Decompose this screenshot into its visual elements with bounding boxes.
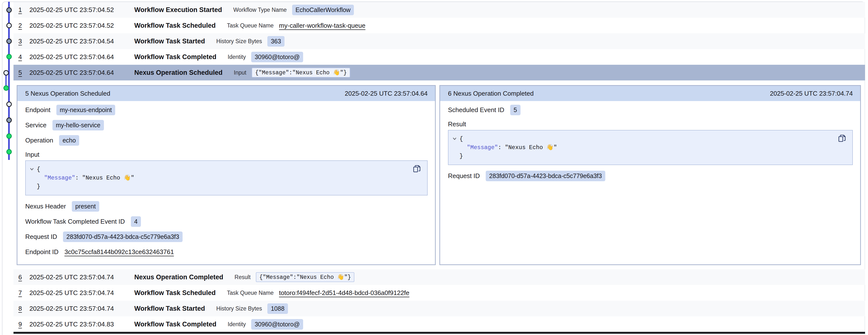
field-service: Service my-hello-service — [25, 119, 428, 131]
event-id-link[interactable]: 8 — [13, 305, 29, 312]
task-queue-link[interactable]: my-caller-workflow-task-queue — [279, 22, 366, 29]
event-row-4[interactable]: 4 2025-02-25 UTC 23:57:04.64 Workflow Ta… — [13, 49, 865, 65]
event-name: Workflow Execution Started — [134, 6, 222, 14]
field-request-id: Request ID 283fd070-d57a-4423-bdca-c5c77… — [25, 231, 428, 243]
event-row-5-selected[interactable]: 5 2025-02-25 UTC 23:57:04.64 Nexus Opera… — [13, 65, 865, 80]
field-value-badge: echo — [59, 135, 79, 146]
event-id-link[interactable]: 6 — [13, 274, 29, 281]
field-label: Request ID — [448, 172, 480, 180]
event-attr-label: Task Queue Name — [227, 22, 274, 29]
event-timestamp: 2025-02-25 UTC 23:57:04.64 — [29, 69, 134, 77]
json-brace-close: } — [460, 153, 463, 160]
panel-header: 5 Nexus Operation Scheduled 2025-02-25 U… — [18, 86, 435, 101]
field-label: Request ID — [25, 233, 57, 241]
event-timestamp: 2025-02-25 UTC 23:57:04.74 — [29, 274, 134, 281]
event-attr-value-json: {"Message":"Nexus Echo 👋"} — [252, 68, 350, 78]
event-timestamp: 2025-02-25 UTC 23:57:04.74 — [29, 305, 134, 312]
event-id-link[interactable]: 1 — [13, 6, 29, 14]
collapse-chevron-icon[interactable] — [452, 136, 457, 141]
event-id-link[interactable]: 5 — [13, 69, 29, 77]
event-timestamp: 2025-02-25 UTC 23:57:04.83 — [29, 320, 134, 328]
event-attr-value-badge: EchoCallerWorkflow — [292, 5, 354, 15]
json-brace-open: { — [460, 136, 463, 142]
field-label: Nexus Header — [25, 202, 66, 210]
event-attr-label: Result — [235, 274, 250, 281]
json-brace-open: { — [37, 166, 40, 173]
scrollbar-track[interactable] — [865, 0, 868, 335]
panel-body: Scheduled Event ID 5 Result { "Message":… — [440, 101, 860, 182]
event-id-link[interactable]: 3 — [13, 37, 29, 45]
event-group-details: 5 Nexus Operation Scheduled 2025-02-25 U… — [0, 85, 868, 265]
field-value-badge: present — [72, 201, 99, 212]
event-id-link[interactable]: 4 — [13, 53, 29, 61]
event-name: Workflow Task Started — [134, 37, 205, 45]
nexus-operation-completed-panel: 6 Nexus Operation Completed 2025-02-25 U… — [439, 85, 861, 265]
field-label: Service — [25, 121, 46, 129]
event-row-2[interactable]: 2 2025-02-25 UTC 23:57:04.52 Workflow Ta… — [13, 18, 865, 33]
event-attr-value-badge: 30960@totoro@ — [251, 319, 303, 330]
event-name: Workflow Task Completed — [134, 53, 216, 61]
field-request-id: Request ID 283fd070-d57a-4423-bdca-c5c77… — [448, 170, 853, 182]
event-id-link[interactable]: 9 — [13, 320, 29, 328]
json-key: "Message" — [44, 175, 75, 181]
next-section-top-edge — [13, 332, 865, 334]
json-colon: : — [75, 175, 82, 181]
field-operation: Operation echo — [25, 134, 428, 146]
field-value-badge: 283fd070-d57a-4423-bdca-c5c779e6a3f3 — [63, 231, 183, 242]
panel-timestamp: 2025-02-25 UTC 23:57:04.74 — [770, 90, 853, 97]
field-value-badge: 283fd070-d57a-4423-bdca-c5c779e6a3f3 — [486, 171, 605, 181]
workflow-history-view: 1 2025-02-25 UTC 23:57:04.52 Workflow Ex… — [0, 0, 868, 335]
event-timestamp: 2025-02-25 UTC 23:57:04.52 — [29, 6, 134, 14]
field-value-badge: 5 — [510, 105, 521, 115]
event-attr-value-json: {"Message":"Nexus Echo 👋"} — [256, 272, 354, 282]
event-attr-label: Input — [234, 69, 246, 76]
event-name: Nexus Operation Completed — [134, 274, 223, 281]
json-value: "Nexus Echo 👋" — [505, 144, 557, 151]
event-row-3[interactable]: 3 2025-02-25 UTC 23:57:04.54 Workflow Ta… — [13, 33, 865, 49]
event-attr-value-badge: 1088 — [267, 303, 288, 314]
event-name: Workflow Task Scheduled — [134, 22, 216, 29]
field-value-badge: 4 — [131, 216, 141, 227]
event-attr-label: Identity — [228, 321, 246, 328]
event-attr-label: History Size Bytes — [216, 38, 262, 45]
event-attr-value-badge: 30960@totoro@ — [251, 52, 303, 62]
event-name: Workflow Task Started — [134, 305, 205, 312]
json-value: "Nexus Echo 👋" — [82, 175, 134, 181]
event-name: Workflow Task Completed — [134, 320, 216, 328]
event-id-link[interactable]: 7 — [13, 289, 29, 297]
field-label: Workflow Task Completed Event ID — [25, 218, 125, 225]
field-endpoint: Endpoint my-nexus-endpoint — [25, 104, 428, 116]
nexus-operation-scheduled-panel: 5 Nexus Operation Scheduled 2025-02-25 U… — [17, 85, 436, 265]
task-queue-link[interactable]: totoro:f494fecf-2d51-4d48-bdcd-036a0f912… — [279, 289, 409, 297]
event-attr-label: Workflow Type Name — [233, 7, 287, 13]
json-brace-close: } — [37, 183, 40, 190]
field-endpoint-id: Endpoint ID 3c0c75ccfa8144b092c13ce63246… — [25, 246, 428, 258]
copy-icon[interactable] — [837, 134, 847, 144]
event-row-1[interactable]: 1 2025-02-25 UTC 23:57:04.52 Workflow Ex… — [13, 2, 865, 18]
event-rows-bottom: 6 2025-02-25 UTC 23:57:04.74 Nexus Opera… — [2, 269, 865, 332]
panel-title: 6 Nexus Operation Completed — [448, 90, 534, 97]
event-name: Nexus Operation Scheduled — [134, 69, 222, 77]
event-timestamp: 2025-02-25 UTC 23:57:04.52 — [29, 22, 134, 29]
event-row-7[interactable]: 7 2025-02-25 UTC 23:57:04.74 Workflow Ta… — [13, 285, 865, 301]
json-colon: : — [498, 144, 505, 151]
input-json-viewer: { "Message": "Nexus Echo 👋" } — [25, 160, 428, 195]
field-workflow-task-completed-event-id: Workflow Task Completed Event ID 4 — [25, 216, 428, 227]
event-rows-top: 1 2025-02-25 UTC 23:57:04.52 Workflow Ex… — [2, 2, 865, 80]
event-row-8[interactable]: 8 2025-02-25 UTC 23:57:04.74 Workflow Ta… — [13, 301, 865, 316]
event-row-6[interactable]: 6 2025-02-25 UTC 23:57:04.74 Nexus Opera… — [13, 269, 865, 285]
collapse-chevron-icon[interactable] — [29, 166, 35, 172]
json-key: "Message" — [467, 144, 498, 151]
event-id-link[interactable]: 2 — [13, 22, 29, 29]
field-label: Endpoint — [25, 106, 51, 114]
event-attr-value-badge: 363 — [267, 36, 284, 47]
field-input-label: Input — [25, 149, 428, 160]
panel-title: 5 Nexus Operation Scheduled — [25, 90, 110, 97]
copy-icon[interactable] — [412, 164, 422, 174]
event-row-9[interactable]: 9 2025-02-25 UTC 23:57:04.83 Workflow Ta… — [13, 316, 865, 332]
panel-header: 6 Nexus Operation Completed 2025-02-25 U… — [440, 86, 860, 101]
field-label: Scheduled Event ID — [448, 106, 504, 114]
event-timestamp: 2025-02-25 UTC 23:57:04.54 — [29, 37, 134, 45]
field-result-label: Result — [448, 119, 853, 129]
endpoint-id-link[interactable]: 3c0c75ccfa8144b092c13ce632463761 — [64, 248, 174, 256]
